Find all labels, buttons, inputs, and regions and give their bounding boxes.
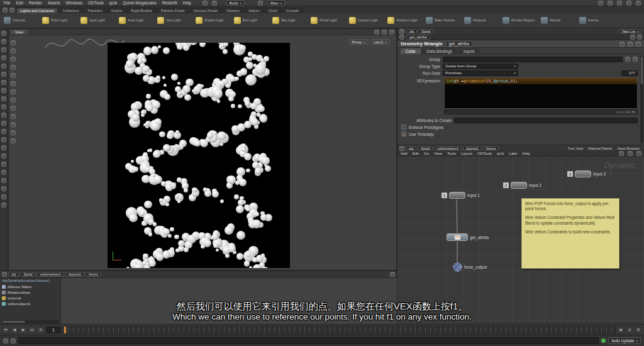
shelf-tool[interactable]: Env Light (233, 16, 271, 25)
pin-icon[interactable] (630, 35, 635, 40)
toolbar-icon[interactable] (11, 106, 16, 111)
timeline-ruler[interactable] (62, 326, 616, 334)
menu-item[interactable]: ODTools (87, 1, 104, 5)
message-log-icon[interactable] (3, 338, 8, 343)
update-mode-selector[interactable]: Auto Update▾ (608, 337, 641, 344)
toolbar-icon[interactable] (1, 104, 6, 109)
group-type-select[interactable]: Guess from Group (443, 64, 518, 69)
pane-icon[interactable] (399, 146, 404, 151)
network-path-pill[interactable]: dopnet1 (463, 146, 482, 150)
toolbar-icon[interactable] (1, 121, 6, 126)
toolbar-icon[interactable] (1, 113, 6, 118)
shelf-tab[interactable]: Rigid Bodies (127, 8, 156, 13)
camera-icon[interactable] (636, 151, 641, 156)
toolbar-icon[interactable] (1, 80, 6, 85)
menu-item[interactable]: Edit (15, 1, 23, 5)
node-name-field[interactable]: get_attribs (446, 41, 473, 47)
toolbar-icon[interactable] (11, 48, 16, 53)
node-force-output[interactable]: force_output (453, 262, 487, 272)
group-input[interactable] (443, 57, 623, 62)
menu-item[interactable]: File (3, 1, 11, 5)
network-menu-item[interactable]: Tools (447, 152, 457, 155)
pane-tab[interactable]: Tree View (565, 147, 586, 150)
toolbar-icon[interactable] (1, 88, 6, 93)
camera-selector[interactable]: cam1▾ (371, 39, 390, 45)
shelf-tab[interactable]: Viscous Fluids (189, 8, 221, 13)
dop-tree-item[interactable]: Relationships (0, 289, 60, 295)
toolbar-icon[interactable] (212, 1, 217, 6)
shelf-tab[interactable]: Vellum (245, 8, 264, 13)
shelf-tab[interactable]: Cloth (265, 8, 281, 13)
toolbar-icon[interactable] (1, 203, 6, 208)
menu-item[interactable]: qLib (109, 1, 118, 5)
step-back-button[interactable]: ◀ (11, 326, 18, 333)
bottom-path-pill[interactable]: forces (86, 272, 101, 277)
playhead[interactable] (64, 326, 66, 333)
toolbar-icon[interactable] (1, 47, 6, 52)
network-canvas[interactable]: Dynamic 1 Input 1 2 Input 2 3 Input 3 (397, 157, 644, 324)
attribs-to-create-input[interactable] (454, 118, 638, 123)
toolbar-icon[interactable] (11, 89, 16, 94)
pane-menu-icon[interactable] (389, 30, 394, 35)
current-frame-field[interactable]: 1 (46, 326, 61, 333)
viewport-tab[interactable]: View (11, 30, 28, 35)
toolbar-icon[interactable] (11, 114, 16, 119)
toolbar-icon[interactable] (11, 130, 16, 135)
menu-item[interactable]: Assets (47, 1, 61, 5)
toolbar-icon[interactable] (1, 137, 6, 142)
shelf-tab[interactable]: Lights and Cameras (16, 8, 58, 13)
lock-icon[interactable] (637, 35, 642, 40)
use-timestep-checkbox[interactable]: ✓ (401, 131, 406, 137)
shelf-tool[interactable]: Spot Light (79, 16, 118, 25)
shelf-tab[interactable]: Particles (84, 8, 106, 13)
grid-icon[interactable] (628, 151, 633, 156)
pane-tab[interactable]: Material Palette (586, 147, 614, 150)
shelf-tab[interactable]: Collisions (59, 8, 83, 13)
network-menu-item[interactable]: Help (521, 152, 530, 155)
network-path-pill[interactable]: obj (406, 146, 416, 150)
dop-tree-item[interactable]: external (0, 295, 60, 301)
pane-icon[interactable] (399, 29, 404, 34)
build-desktop-selector[interactable]: Build▾ (226, 0, 245, 6)
play-button[interactable]: ▶ (19, 326, 27, 333)
bottom-path-pill[interactable]: vellumsolver1 (36, 272, 64, 277)
toolbar-icon[interactable] (11, 65, 16, 70)
menu-item[interactable]: Quixel Megascans (122, 1, 157, 5)
shelf-tool[interactable]: Karma (578, 16, 616, 25)
status-icon[interactable] (11, 338, 16, 343)
toolbar-icon[interactable] (1, 31, 6, 36)
wrangle-tab[interactable]: Inputs (458, 48, 480, 54)
menu-item[interactable]: Help (182, 1, 191, 5)
toolbar-icon[interactable] (1, 129, 6, 134)
wrangle-tab[interactable]: Code (401, 48, 421, 54)
toolbar-icon[interactable] (11, 73, 16, 78)
shelf-tool[interactable]: Ambient Light (386, 16, 425, 25)
shelf-tool[interactable]: Render Region (501, 16, 540, 25)
network-menu-item[interactable]: Layout (460, 152, 473, 155)
network-path-pill[interactable]: Spiral (418, 146, 433, 150)
menu-item[interactable]: Windows (65, 1, 83, 5)
network-path-pill[interactable]: vellumsolver1 (434, 146, 462, 150)
main-selector[interactable]: Main▾ (267, 0, 286, 6)
toolbar-icon[interactable] (626, 1, 631, 6)
shelf-tool[interactable]: Geo Light (156, 16, 194, 25)
toolbar-icon[interactable] (1, 39, 6, 44)
pane-maximize-icon[interactable] (382, 30, 387, 35)
toolbar-icon[interactable] (608, 1, 613, 6)
toolbar-icon[interactable] (598, 1, 603, 6)
timeline-gear-icon[interactable]: ⚙ (635, 326, 642, 333)
shelf-tool[interactable]: Distant Light (194, 16, 233, 25)
toolbar-icon[interactable] (1, 186, 6, 191)
bottom-path-pill[interactable]: obj (8, 272, 19, 277)
group-select-icon[interactable] (633, 57, 638, 62)
network-menu-item[interactable]: ODTools (477, 152, 492, 155)
shelf-tool[interactable]: Portal Light (309, 16, 348, 25)
shelf-tab[interactable]: Oceans (223, 8, 243, 13)
loop-button[interactable]: ↻ (37, 326, 45, 333)
menu-item[interactable]: Redshift (162, 1, 178, 5)
shelf-tab[interactable]: Crowds (282, 8, 303, 13)
render-viewport[interactable] (108, 43, 290, 268)
node-path-pill[interactable]: get_attribs (406, 35, 430, 40)
toolbar-icon[interactable] (203, 1, 208, 6)
shelf-tool[interactable]: Point Light (41, 16, 79, 25)
